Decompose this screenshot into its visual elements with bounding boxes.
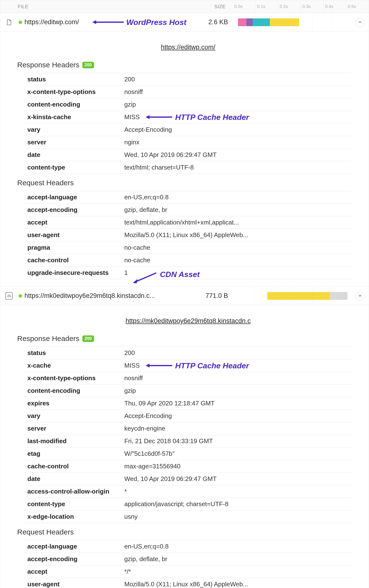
header-row: varyAccept-Encoding	[24, 410, 352, 422]
header-row: x-edge-locationusny	[24, 510, 352, 523]
header-key: content-type	[24, 161, 121, 174]
time-tick: 0.1s	[255, 0, 278, 13]
header-key: server	[24, 422, 121, 435]
header-value: nosniff	[121, 86, 352, 98]
response-headers-title: Response Headers200	[17, 61, 352, 69]
timing-segment	[253, 18, 270, 26]
annotation-http-cache-header: HTTP Cache Header	[146, 113, 249, 121]
timing-segment	[238, 18, 246, 26]
header-row: expiresThu, 09 Apr 2020 12:18:47 GMT	[24, 397, 352, 410]
header-value: */*	[121, 566, 352, 578]
response-headers-table: status200x-cacheMISSHTTP Cache Headerx-c…	[24, 347, 352, 523]
header-key: expires	[24, 397, 121, 410]
annotation-label: HTTP Cache Header	[175, 113, 249, 121]
header-row: content-typetext/html; charset=UTF-8	[24, 161, 352, 174]
header-value: en-US,en;q=0.8	[121, 191, 352, 204]
timing-bar	[238, 18, 299, 26]
header-row: cache-controlno-cache	[24, 254, 352, 267]
header-key: cache-control	[24, 254, 121, 267]
header-value: en-US,en;q=0.8	[121, 540, 352, 553]
header-row: content-typeapplication/javascript; char…	[24, 498, 352, 510]
header-key: vary	[24, 123, 121, 136]
request-headers-table: accept-languageen-US,en;q=0.8accept-enco…	[24, 540, 352, 588]
header-value: application/javascript; charset=UTF-8	[121, 498, 352, 510]
header-row: content-encodinggzip	[24, 98, 352, 111]
header-value: nosniff	[121, 372, 352, 385]
column-file[interactable]: FILE	[0, 0, 187, 13]
collapse-button[interactable]	[355, 17, 365, 27]
header-value: Accept-Encoding	[121, 123, 352, 136]
header-key: pragma	[24, 241, 121, 254]
header-row: etagW/"5c1c6d0f-57b"	[24, 448, 352, 460]
annotation-wordpress-host: WordPress Host	[92, 18, 186, 27]
js-file-icon: JS	[5, 292, 13, 299]
header-value: Thu, 09 Apr 2020 12:18:47 GMT	[121, 397, 352, 410]
resource-row[interactable]: JShttps://mk0editwpoy6e29m6tq8.kinstacdn…	[0, 287, 369, 305]
header-key: upgrade-insecure-requests	[24, 267, 121, 279]
status-badge: 200	[82, 335, 94, 342]
resource-details: https://mk0editwpoy6e29m6tq8.kinstacdn.c…	[0, 305, 369, 588]
response-headers-title: Response Headers200	[17, 334, 352, 343]
time-tick: 0.0s	[233, 0, 255, 13]
header-key: user-agent	[24, 229, 121, 241]
header-row: servernginx	[24, 136, 352, 149]
header-row: x-cacheMISSHTTP Cache Header	[24, 359, 352, 372]
header-value: keycdn-engine	[121, 422, 352, 435]
header-value: no-cache	[121, 241, 352, 254]
header-row: status200	[24, 73, 352, 86]
annotation-label: HTTP Cache Header	[175, 361, 249, 370]
timing-bar-cell	[235, 287, 369, 305]
header-row: varyAccept-Encoding	[24, 123, 352, 136]
svg-marker-5	[133, 279, 138, 283]
header-value: max-age=31556940	[121, 460, 352, 473]
resource-size: 771.0 B	[189, 292, 235, 299]
header-key: accept-language	[24, 191, 121, 204]
header-key: etag	[24, 448, 121, 460]
header-row: accept-encodinggzip, deflate, br	[24, 204, 352, 216]
request-headers-title: Request Headers	[17, 179, 352, 187]
header-row: user-agentMozilla/5.0 (X11; Linux x86_64…	[24, 578, 352, 588]
resource-row[interactable]: https://editwp.com/2.6 KBWordPress Host	[0, 13, 369, 31]
header-value: text/html,application/xhtml+xml,applicat…	[121, 216, 352, 229]
timing-bar	[267, 292, 348, 300]
annotation-cdn-asset: CDN Asset	[131, 272, 200, 284]
svg-marker-3	[146, 115, 150, 119]
time-tick: 0.2s	[278, 0, 301, 13]
annotation-label: CDN Asset	[160, 270, 200, 279]
header-value: MISSHTTP Cache Header	[121, 359, 352, 372]
header-row: accepttext/html,application/xhtml+xml,ap…	[24, 216, 352, 229]
request-headers-table: accept-languageen-US,en;q=0.8accept-enco…	[24, 191, 352, 279]
collapse-button[interactable]	[355, 291, 365, 301]
time-tick: 0.4s	[323, 0, 346, 13]
status-badge: 200	[82, 62, 94, 68]
header-row: content-encodinggzip	[24, 385, 352, 397]
timing-segment	[330, 292, 348, 300]
column-size[interactable]: SIZE	[187, 0, 233, 13]
waterfall-header: FILESIZE0.0s0.1s0.2s0.3s0.4s0.5s	[0, 0, 369, 13]
header-row: cache-controlmax-age=31556940	[24, 460, 352, 473]
header-row: access-control-allow-origin*	[24, 485, 352, 498]
detail-url[interactable]: https://mk0editwpoy6e29m6tq8.kinstacdn.c	[24, 317, 352, 325]
header-value: Wed, 10 Apr 2019 06:29:47 GMT	[121, 473, 352, 485]
header-key: last-modified	[24, 435, 121, 448]
header-key: content-type	[24, 498, 121, 510]
header-value: gzip, deflate, br	[121, 204, 352, 216]
time-tick: 0.3s	[301, 0, 323, 13]
detail-url[interactable]: https://editwp.com/	[24, 44, 352, 51]
header-value: W/"5c1c6d0f-57b"	[121, 448, 352, 460]
header-key: cache-control	[24, 460, 121, 473]
column-timeline: 0.0s0.1s0.2s0.3s0.4s0.5s	[233, 0, 369, 13]
header-row: accept-languageen-US,en;q=0.8	[24, 540, 352, 553]
resource-details: https://editwp.com/Response Headers200st…	[0, 31, 369, 287]
header-key: date	[24, 473, 121, 485]
header-row: x-kinsta-cacheMISSHTTP Cache Header	[24, 111, 352, 123]
header-row: dateWed, 10 Apr 2019 06:29:47 GMT	[24, 473, 352, 485]
header-key: accept-encoding	[24, 553, 121, 566]
header-key: content-encoding	[24, 385, 121, 397]
resource-url[interactable]: https://mk0editwpoy6e29m6tq8.kinstacdn.c…	[24, 292, 189, 299]
header-row: status200	[24, 347, 352, 359]
header-key: vary	[24, 410, 121, 422]
header-key: accept	[24, 566, 121, 578]
header-value: no-cache	[121, 254, 352, 267]
timing-segment	[267, 292, 330, 300]
